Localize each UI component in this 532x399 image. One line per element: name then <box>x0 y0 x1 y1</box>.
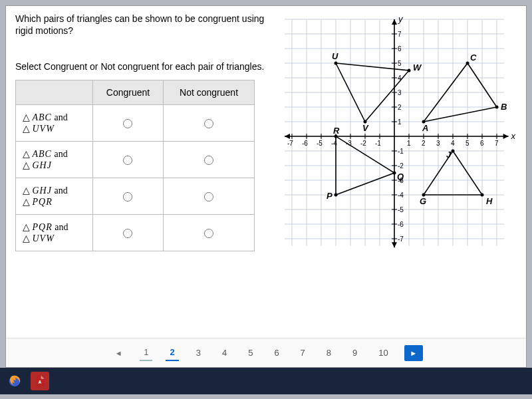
pager-item-4[interactable]: 4 <box>218 345 231 360</box>
svg-text:U: U <box>332 51 338 61</box>
svg-text:1: 1 <box>398 118 402 126</box>
radio-icon[interactable] <box>123 156 132 165</box>
svg-text:W: W <box>413 63 422 72</box>
radio-congruent[interactable] <box>92 214 163 251</box>
svg-text:-5: -5 <box>398 206 404 213</box>
svg-text:Q: Q <box>397 172 404 182</box>
svg-text:1: 1 <box>407 140 411 147</box>
svg-text:6: 6 <box>398 45 402 53</box>
radio-not-congruent[interactable] <box>164 141 255 178</box>
answer-table: Congruent Not congruent △ ABC and△ UVW△ … <box>15 80 255 251</box>
firefox-icon[interactable] <box>5 372 24 390</box>
app-window: Which pairs of triangles can be shown to… <box>5 5 527 368</box>
row-label: △ ABC and△ GHJ <box>16 141 93 178</box>
row-label: △ GHJ and△ PQR <box>16 178 93 214</box>
svg-text:-1: -1 <box>398 148 404 155</box>
svg-text:A: A <box>422 123 428 133</box>
svg-text:-6: -6 <box>302 140 308 147</box>
radio-icon[interactable] <box>204 119 213 128</box>
svg-text:2: 2 <box>422 140 426 147</box>
svg-text:P: P <box>327 191 332 201</box>
svg-text:-2: -2 <box>360 140 366 147</box>
question-pager: ◄ 12345678910 ► <box>6 338 526 367</box>
svg-text:x: x <box>511 131 516 141</box>
content-area: Which pairs of triangles can be shown to… <box>6 6 526 338</box>
svg-text:H: H <box>486 196 493 206</box>
pager-item-2[interactable]: 2 <box>166 344 178 361</box>
svg-text:3: 3 <box>398 89 402 96</box>
svg-point-98 <box>495 106 499 109</box>
pager-item-8[interactable]: 8 <box>323 345 335 360</box>
table-row: △ GHJ and△ PQR <box>16 178 255 214</box>
radio-icon[interactable] <box>123 229 132 238</box>
col-blank <box>16 80 93 104</box>
coordinate-graph: -7-6-5-4-3-2-11234567-7-6-5-4-3-2-112345… <box>281 17 521 256</box>
svg-point-103 <box>334 62 338 65</box>
row-label: △ PQR and△ UVW <box>16 214 93 251</box>
svg-text:J: J <box>446 150 452 160</box>
svg-text:-6: -6 <box>398 221 404 228</box>
svg-text:6: 6 <box>480 140 484 147</box>
table-row: △ PQR and△ UVW <box>16 214 255 251</box>
pager-item-3[interactable]: 3 <box>192 345 205 360</box>
radio-congruent[interactable] <box>92 178 163 214</box>
svg-text:7: 7 <box>495 140 499 147</box>
svg-text:V: V <box>362 123 369 133</box>
svg-text:-5: -5 <box>317 140 323 147</box>
pager-prev[interactable]: ◄ <box>109 345 128 361</box>
svg-text:-1: -1 <box>375 140 381 147</box>
svg-point-119 <box>393 172 396 175</box>
pager-item-6[interactable]: 6 <box>270 345 283 360</box>
svg-marker-33 <box>503 134 509 139</box>
svg-point-107 <box>408 69 411 72</box>
svg-text:y: y <box>398 17 404 24</box>
radio-icon[interactable] <box>123 192 132 201</box>
svg-text:-7: -7 <box>398 235 404 243</box>
pager-next[interactable]: ► <box>404 345 423 361</box>
col-congruent: Congruent <box>92 80 163 104</box>
svg-marker-36 <box>392 242 397 247</box>
svg-text:-2: -2 <box>398 162 404 170</box>
svg-text:B: B <box>501 102 507 112</box>
svg-text:A: A <box>39 380 42 384</box>
svg-marker-34 <box>285 134 290 139</box>
col-not-congruent: Not congruent <box>164 80 255 104</box>
radio-not-congruent[interactable] <box>164 104 255 141</box>
table-row: △ ABC and△ GHJ <box>16 141 255 178</box>
svg-point-117 <box>334 194 338 197</box>
taskbar: A <box>0 368 532 394</box>
svg-text:-4: -4 <box>331 140 337 147</box>
radio-icon[interactable] <box>204 156 213 165</box>
pager-item-7[interactable]: 7 <box>297 345 309 360</box>
svg-text:G: G <box>420 196 426 206</box>
radio-congruent[interactable] <box>92 104 163 141</box>
svg-text:7: 7 <box>398 31 402 38</box>
svg-marker-35 <box>392 19 397 25</box>
radio-icon[interactable] <box>123 119 132 128</box>
table-row: △ ABC and△ UVW <box>16 104 255 141</box>
question-text-2: Select Congruent or Not congruent for ea… <box>15 61 271 72</box>
question-panel: Which pairs of triangles can be shown to… <box>15 13 281 338</box>
svg-point-112 <box>481 194 484 197</box>
pdf-reader-icon[interactable]: A <box>31 372 49 390</box>
pager-item-9[interactable]: 9 <box>348 345 361 360</box>
svg-text:R: R <box>333 126 340 136</box>
pager-item-5[interactable]: 5 <box>244 345 257 360</box>
svg-point-114 <box>452 150 455 153</box>
svg-text:-7: -7 <box>287 140 293 147</box>
svg-text:2: 2 <box>398 104 402 111</box>
svg-text:5: 5 <box>398 60 402 67</box>
radio-congruent[interactable] <box>92 141 163 178</box>
svg-text:5: 5 <box>466 140 469 147</box>
radio-icon[interactable] <box>204 229 213 238</box>
radio-not-congruent[interactable] <box>164 214 255 251</box>
radio-icon[interactable] <box>204 192 213 201</box>
pager-item-10[interactable]: 10 <box>374 345 392 360</box>
svg-text:-4: -4 <box>398 192 404 199</box>
svg-text:3: 3 <box>436 140 440 147</box>
row-label: △ ABC and△ UVW <box>16 104 93 141</box>
graph-panel: -7-6-5-4-3-2-11234567-7-6-5-4-3-2-112345… <box>281 13 521 338</box>
radio-not-congruent[interactable] <box>164 178 255 214</box>
pager-item-1[interactable]: 1 <box>140 344 152 361</box>
svg-point-100 <box>466 62 469 65</box>
